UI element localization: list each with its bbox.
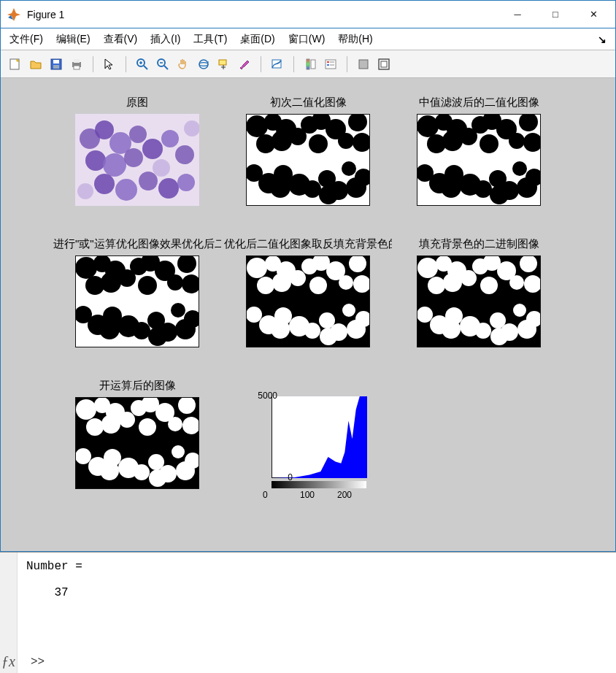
maximize-button[interactable]: □	[536, 1, 574, 28]
open-icon[interactable]	[27, 55, 45, 73]
zoom-out-icon[interactable]	[154, 55, 172, 73]
data-cursor-icon[interactable]	[215, 55, 233, 73]
colorbar-icon[interactable]	[301, 55, 319, 73]
menu-desktop[interactable]: 桌面(D)	[240, 33, 274, 46]
toolbar	[1, 50, 615, 78]
svg-rect-2	[53, 60, 59, 64]
svg-rect-17	[327, 64, 329, 66]
subplot-image	[75, 397, 199, 489]
menu-edit[interactable]: 编辑(E)	[56, 33, 91, 46]
hide-tools-icon[interactable]	[355, 55, 372, 73]
menu-more[interactable]: ↘	[598, 34, 607, 45]
subplot-image	[417, 255, 541, 347]
subplot-histogram: 050000100200	[242, 396, 374, 499]
subplot-title: 原图	[126, 96, 148, 109]
figure-canvas[interactable]: 原图初次二值化图像中值滤波后的二值化图像进行"或"运算优化图像效果优化后二值化图…	[1, 78, 615, 551]
svg-rect-16	[327, 61, 329, 63]
save-icon[interactable]	[47, 55, 65, 73]
svg-rect-3	[53, 65, 59, 69]
subplot-image	[75, 114, 199, 206]
svg-point-9	[199, 60, 208, 69]
matlab-icon	[7, 7, 21, 22]
svg-rect-5	[74, 59, 80, 63]
menu-insert[interactable]: 插入(I)	[150, 33, 180, 46]
menu-view[interactable]: 查看(V)	[104, 33, 138, 46]
svg-rect-13	[307, 59, 309, 69]
subplot-image	[75, 255, 199, 347]
cmd-prompt[interactable]: >>	[31, 655, 45, 669]
subplot-image	[246, 114, 370, 206]
svg-rect-6	[74, 66, 80, 69]
legend-icon[interactable]	[322, 55, 339, 73]
subplot: 开运算后的图像	[53, 379, 221, 525]
subplot-hist: 050000100200	[224, 379, 392, 525]
figure-window: Figure 1 ─ □ ✕ 文件(F) 编辑(E) 查看(V) 插入(I) 工…	[0, 0, 616, 552]
zoom-in-icon[interactable]	[134, 55, 151, 73]
svg-rect-18	[359, 60, 368, 69]
print-icon[interactable]	[68, 55, 85, 73]
subplot-title: 优化后二值化图象取反填充背景色的二进制图像	[224, 237, 392, 251]
subplot-title: 开运算后的图像	[99, 379, 176, 393]
fx-icon[interactable]: ƒx	[1, 653, 15, 670]
svg-rect-11	[219, 60, 226, 65]
pan-icon[interactable]	[174, 55, 192, 73]
subplot: 进行"或"运算优化图像效果优化后二值化图象取反	[53, 237, 221, 376]
svg-rect-14	[311, 60, 315, 69]
link-plot-icon[interactable]	[269, 55, 286, 73]
subplot-image	[246, 255, 370, 347]
pointer-icon[interactable]	[101, 55, 118, 73]
subplot-title: 进行"或"运算优化图像效果优化后二值化图象取反	[53, 237, 221, 251]
menu-file[interactable]: 文件(F)	[9, 33, 43, 46]
menu-tools[interactable]: 工具(T)	[193, 33, 227, 46]
rotate-3d-icon[interactable]	[195, 55, 212, 73]
menu-window[interactable]: 窗口(W)	[288, 33, 326, 46]
subplot-title: 初次二值化图像	[270, 96, 347, 109]
menu-help[interactable]: 帮助(H)	[338, 33, 372, 46]
dock-icon[interactable]	[375, 55, 393, 73]
subplot: 优化后二值化图象取反填充背景色的二进制图像	[224, 237, 392, 376]
cmd-value: 37	[54, 586, 68, 599]
new-figure-icon[interactable]	[7, 55, 24, 73]
subplot-title: 填充背景色的二进制图像	[419, 237, 539, 251]
close-button[interactable]: ✕	[574, 1, 612, 28]
titlebar: Figure 1 ─ □ ✕	[1, 1, 615, 28]
menubar: 文件(F) 编辑(E) 查看(V) 插入(I) 工具(T) 桌面(D) 窗口(W…	[1, 28, 615, 50]
command-window[interactable]: Number = 37 ƒx >>	[0, 552, 616, 673]
cmd-var: Number =	[26, 560, 82, 573]
subplot-image	[417, 114, 541, 206]
subplot-title: 中值滤波后的二值化图像	[419, 96, 539, 109]
minimize-button[interactable]: ─	[498, 1, 536, 28]
svg-point-10	[199, 62, 208, 66]
subplot: 中值滤波后的二值化图像	[395, 96, 563, 234]
subplot: 原图	[53, 96, 221, 234]
window-title: Figure 1	[27, 9, 64, 20]
subplot: 初次二值化图像	[224, 96, 392, 234]
subplot: 填充背景色的二进制图像	[395, 237, 563, 376]
brush-icon[interactable]	[236, 55, 253, 73]
svg-rect-21	[381, 61, 387, 67]
